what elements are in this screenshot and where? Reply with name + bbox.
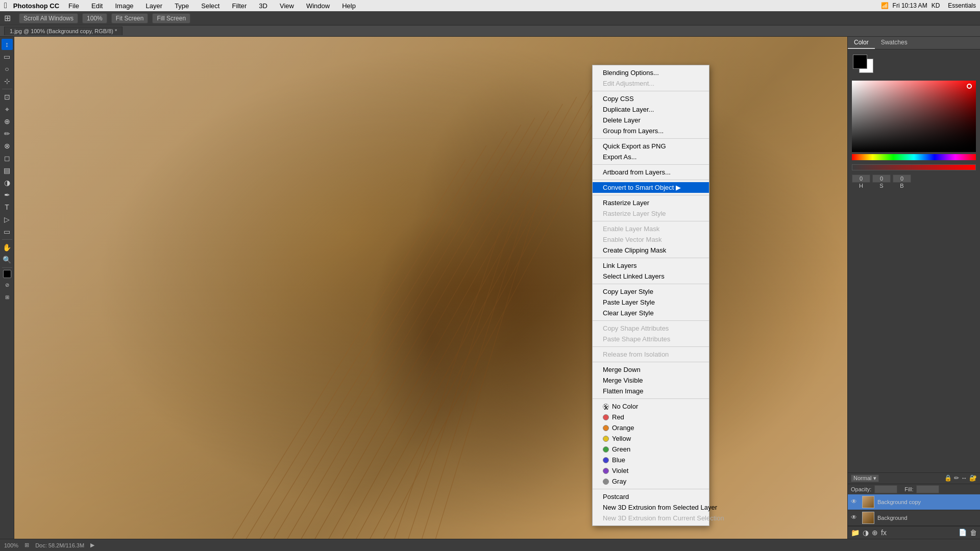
menu-item-clear-style[interactable]: Clear Layer Style <box>593 308 709 318</box>
opacity-input[interactable]: 100% <box>874 485 897 493</box>
menu-item-violet[interactable]: Violet <box>593 465 709 476</box>
fill-input[interactable]: 100% <box>916 485 939 493</box>
menu-item-create-clipping[interactable]: Create Clipping Mask <box>593 245 709 256</box>
menu-item-new-3d[interactable]: New 3D Extrusion from Selected Layer <box>593 502 709 513</box>
crop-tool[interactable]: ⊡ <box>2 91 13 103</box>
fg-color-swatch[interactable] <box>3 270 11 278</box>
menu-item-red[interactable]: Red <box>593 412 709 422</box>
add-mask-icon[interactable]: ⊕ <box>872 529 878 537</box>
layers-blend-mode[interactable]: Normal ▾ <box>851 474 879 482</box>
lock-all-icon[interactable]: 🔐 <box>969 474 977 482</box>
menu-filter[interactable]: Filter <box>229 2 250 10</box>
marquee-tool[interactable]: ▭ <box>2 51 13 62</box>
screen-mode-tool[interactable]: ⊞ <box>2 291 13 303</box>
lock-image-icon[interactable]: ✏ <box>954 474 959 482</box>
shape-tool[interactable]: ▭ <box>2 226 13 237</box>
expand-icon[interactable]: ⊞ <box>24 542 29 548</box>
menu-item-delete-layer[interactable]: Delete Layer <box>593 115 709 126</box>
menu-help[interactable]: Help <box>339 2 359 10</box>
hue-input[interactable] <box>852 174 870 183</box>
menu-item-copy-css[interactable]: Copy CSS <box>593 93 709 104</box>
menu-image[interactable]: Image <box>112 2 136 10</box>
menu-item-export-as[interactable]: Export As... <box>593 152 709 162</box>
fg-color[interactable] <box>853 55 867 69</box>
lock-position-icon[interactable]: ↔ <box>961 474 967 482</box>
delete-layer-icon[interactable]: 🗑 <box>970 529 977 537</box>
canvas-area[interactable]: Blending Options... Edit Adjustment... C… <box>14 37 847 539</box>
menu-item-merge-down[interactable]: Merge Down <box>593 364 709 375</box>
active-tab[interactable]: 1.jpg @ 100% (Background copy, RGB/8) * <box>4 27 122 35</box>
hue-bar[interactable] <box>852 154 976 160</box>
layer-styles-icon[interactable]: fx <box>881 529 887 537</box>
menu-item-select-linked[interactable]: Select Linked Layers <box>593 271 709 282</box>
stamp-tool[interactable]: ⊗ <box>2 140 13 152</box>
menu-item-convert-smart[interactable]: Convert to Smart Object ▶ <box>593 182 709 193</box>
hand-tool[interactable]: ✋ <box>2 242 13 253</box>
menu-item-green[interactable]: Green <box>593 444 709 455</box>
fit-screen[interactable]: Fit Screen <box>111 13 149 23</box>
heal-tool[interactable]: ⊕ <box>2 116 13 127</box>
menu-type[interactable]: Type <box>172 2 192 10</box>
essentials-button[interactable]: Essentials <box>948 2 976 9</box>
menu-view[interactable]: View <box>277 2 297 10</box>
table-row[interactable]: 👁 Background <box>848 510 980 526</box>
menu-item-blending-options[interactable]: Blending Options... <box>593 67 709 78</box>
eye-icon[interactable]: 👁 <box>851 514 859 522</box>
fill-screen[interactable]: Fill Screen <box>152 13 190 23</box>
move-tool[interactable]: ↕ <box>2 39 13 50</box>
pen-tool[interactable]: ✒ <box>2 189 13 201</box>
table-row[interactable]: 👁 Background copy <box>848 494 980 510</box>
menu-3d[interactable]: 3D <box>256 2 271 10</box>
zoom-100[interactable]: 100% <box>82 13 107 23</box>
menu-item-quick-export[interactable]: Quick Export as PNG <box>593 141 709 152</box>
menu-item-yellow[interactable]: Yellow <box>593 433 709 444</box>
eraser-tool[interactable]: ◻ <box>2 153 13 164</box>
hue-input-group: H <box>852 174 870 189</box>
menu-item-copy-style[interactable]: Copy Layer Style <box>593 286 709 297</box>
type-tool[interactable]: T <box>2 202 13 213</box>
eyedropper-tool[interactable]: ⌖ <box>2 104 13 115</box>
menu-window[interactable]: Window <box>303 2 333 10</box>
lasso-tool[interactable]: ○ <box>2 63 13 74</box>
color-picker-gradient[interactable] <box>852 81 976 152</box>
menu-item-gray[interactable]: Gray <box>593 476 709 487</box>
menu-file[interactable]: File <box>65 2 82 10</box>
new-group-icon[interactable]: 📁 <box>851 529 860 537</box>
sat-input[interactable] <box>872 174 891 183</box>
dodge-tool[interactable]: ◑ <box>2 177 13 188</box>
menu-item-link-layers[interactable]: Link Layers <box>593 260 709 271</box>
alpha-bar[interactable] <box>852 164 976 170</box>
menu-layer[interactable]: Layer <box>143 2 166 10</box>
sat-input-group: S <box>872 174 891 189</box>
menu-edit[interactable]: Edit <box>88 2 106 10</box>
apple-menu[interactable]:  <box>4 1 7 10</box>
tab-color[interactable]: Color <box>848 37 875 49</box>
scroll-all-windows[interactable]: Scroll All Windows <box>19 13 78 23</box>
menu-item-blue[interactable]: Blue <box>593 455 709 465</box>
menu-item-rasterize-layer[interactable]: Rasterize Layer <box>593 197 709 208</box>
new-adjustment-icon[interactable]: ◑ <box>863 529 869 537</box>
menu-select[interactable]: Select <box>198 2 223 10</box>
progress-arrow: ▶ <box>90 542 94 548</box>
path-tool[interactable]: ▷ <box>2 214 13 225</box>
menu-item-group-from-layers[interactable]: Group from Layers... <box>593 126 709 136</box>
quick-mask-tool[interactable]: ⊘ <box>2 279 13 290</box>
menu-item-flatten[interactable]: Flatten Image <box>593 386 709 396</box>
menu-item-paste-style[interactable]: Paste Layer Style <box>593 297 709 308</box>
menu-item-artboard[interactable]: Artboard from Layers... <box>593 167 709 178</box>
gradient-tool[interactable]: ▤ <box>2 165 13 176</box>
menu-item-orange[interactable]: Orange <box>593 422 709 433</box>
tab-swatches[interactable]: Swatches <box>875 37 914 49</box>
bright-input[interactable] <box>893 174 911 183</box>
menu-item-postcard[interactable]: Postcard <box>593 491 709 502</box>
menu-item-no-color[interactable]: ✕ No Color <box>593 401 709 412</box>
green-dot <box>603 446 609 453</box>
zoom-tool[interactable]: 🔍 <box>2 254 13 265</box>
menu-item-duplicate-layer[interactable]: Duplicate Layer... <box>593 104 709 115</box>
lock-transparent-icon[interactable]: 🔒 <box>944 474 952 482</box>
magic-wand-tool[interactable]: ⊹ <box>2 76 13 87</box>
menu-item-merge-visible[interactable]: Merge Visible <box>593 375 709 386</box>
brush-tool[interactable]: ✏ <box>2 128 13 139</box>
new-layer-icon[interactable]: 📄 <box>959 529 967 537</box>
eye-icon[interactable]: 👁 <box>851 498 859 506</box>
